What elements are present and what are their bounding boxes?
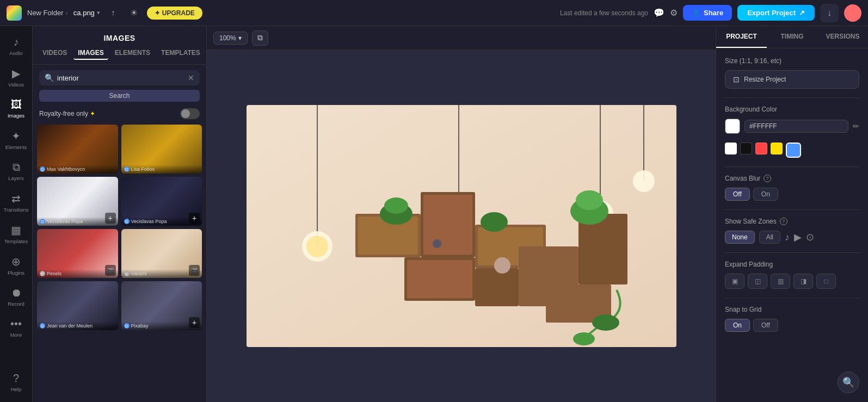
filename[interactable]: ca.png ▾ [73,9,100,17]
sidebar-item-transitions[interactable]: ⇄ Transitions [1,187,32,218]
color-preset-red[interactable] [755,143,767,154]
image-thumb[interactable]: + D Pixabay [121,281,202,330]
canvas-image[interactable] [247,105,676,347]
royalty-toggle[interactable] [180,108,200,119]
divider [725,252,859,253]
sidebar-item-elements[interactable]: ✦ Elements [1,124,32,156]
snap-off-button[interactable]: Off [753,319,778,332]
tab-templates[interactable]: TEMPLATES [157,47,205,60]
folder-breadcrumb[interactable]: New Folder › [27,9,68,17]
sidebar-item-images[interactable]: 🖼 Images [1,93,32,124]
sidebar-item-audio[interactable]: ♪ Audio [1,30,32,61]
images-icon: 🖼 [11,98,22,111]
canvas-toolbar: 100% ▾ ⧉ [207,26,716,50]
topbar: New Folder › ca.png ▾ ↑ ☀ ✦ UPGRADE Last… [0,0,868,26]
thumb-overlay: D Lisa Fotios [121,165,202,174]
canvas-blur-on-button[interactable]: On [753,188,778,201]
thumb-overlay: D Vecislavas Popa [37,217,118,226]
image-row-1: D Max Vakhtbovycn D Lisa Fotios [37,125,202,174]
image-thumb[interactable]: + D Vecislavas Popa [121,177,202,226]
tab-elements[interactable]: ELEMENTS [110,47,155,60]
sidebar-item-record[interactable]: ⏺ Record [1,281,32,312]
royalty-row: Royalty-free only ✦ [33,106,206,125]
tiktok-icon[interactable]: ♪ [785,232,790,243]
safe-zones-all-button[interactable]: All [759,231,780,244]
snap-on-button[interactable]: On [725,319,750,332]
upgrade-star-icon: ✦ [155,9,160,17]
color-preset-yellow[interactable] [771,143,783,154]
bg-color-row: #FFFFFF ✏ [725,119,859,134]
tab-project[interactable]: PROJECT [716,26,767,48]
thumb-author: D Vecislavas Popa [124,219,200,224]
color-preset-white[interactable] [725,143,737,154]
search-input[interactable] [57,74,184,82]
edit-color-icon[interactable]: ✏ [853,122,859,131]
resize-project-button[interactable]: ⊡ Resize Project [725,70,859,89]
author-icon: D [124,219,130,224]
theme-toggle-button[interactable]: ☀ [126,5,141,21]
sidebar-item-plugins[interactable]: ⊕ Plugins [1,250,32,281]
safe-zones-row: None All ♪ ▶ ⊙ [725,231,859,244]
svg-point-25 [384,197,408,214]
divider [725,209,859,210]
tab-images[interactable]: IMAGES [73,47,108,60]
expand-all-button[interactable]: ▣ [725,274,744,289]
download-button[interactable]: ↓ [820,4,839,22]
canvas-blur-off-button[interactable]: Off [725,188,750,201]
instagram-icon[interactable]: ⊙ [806,231,814,243]
bg-color-swatch[interactable] [725,119,740,134]
tab-timing[interactable]: TIMING [767,26,817,48]
author-icon: D [40,219,45,224]
main-area: ♪ Audio ▶ Videos 🖼 Images ✦ Elements ⧉ L… [0,26,868,402]
search-fab-button[interactable]: 🔍 [838,372,859,393]
canvas-blur-help-icon[interactable]: ? [764,175,771,182]
expand-top-bottom-button[interactable]: ◨ [793,274,813,289]
image-thumb[interactable]: D Lisa Fotios [121,125,202,174]
upgrade-button[interactable]: ✦ UPGRADE [147,7,202,20]
sidebar-item-help[interactable]: ? Help [1,367,32,398]
canvas-area: 100% ▾ ⧉ [207,26,716,402]
svg-rect-21 [407,260,472,298]
tab-videos[interactable]: VIDEOS [38,47,71,60]
image-thumb[interactable]: D Max Vakhtbovycn [37,125,118,174]
right-panel: PROJECT TIMING VERSIONS Size (1:1, 9:16,… [716,26,868,402]
image-thumb[interactable]: + D Vecislavas Popa [37,177,118,226]
sidebar-item-more[interactable]: ••• More [1,312,32,343]
color-preset-blue[interactable] [786,143,801,158]
image-thumb[interactable]: 🎬 V viarami [121,229,202,278]
color-preset-black[interactable] [740,143,752,154]
image-thumb[interactable]: 🎬 P Pexels [37,229,118,278]
sidebar-item-layers[interactable]: ⧉ Layers [1,156,32,187]
export-button[interactable]: Export Project ↗ [737,5,815,21]
avatar [844,4,861,22]
search-button[interactable]: Search [39,90,200,102]
zoom-chevron-icon: ▾ [238,34,242,42]
toggle-knob [181,109,190,118]
chat-icon[interactable]: 💬 [654,8,664,18]
zoom-button[interactable]: 100% ▾ [213,32,248,45]
expand-none-button[interactable]: □ [816,274,836,289]
safe-zones-help-icon[interactable]: ? [780,218,787,225]
settings-icon[interactable]: ⚙ [670,8,678,18]
divider [725,298,859,298]
thumb-author: D Jean van der Meulen [40,323,115,329]
image-thumb[interactable]: D Jean van der Meulen [37,281,118,330]
safe-zones-label: Show Safe Zones ? [725,218,859,225]
sidebar-item-templates[interactable]: ▦ Templates [1,218,32,250]
expand-left-right-button[interactable]: ◫ [748,274,767,289]
share-button[interactable]: 👤 Share [683,5,732,21]
export-icon: ↗ [799,9,805,17]
sidebar-item-videos[interactable]: ▶ Videos [1,61,32,93]
tab-versions[interactable]: VERSIONS [817,26,868,48]
images-panel: IMAGES VIDEOS IMAGES ELEMENTS TEMPLATES … [33,26,207,402]
youtube-icon[interactable]: ▶ [794,231,802,243]
thumb-author: D Vecislavas Popa [40,219,115,224]
panel-tabs: VIDEOS IMAGES ELEMENTS TEMPLATES [33,47,206,65]
safe-zones-none-button[interactable]: None [725,231,755,244]
resize-icon: ⊡ [733,75,740,84]
expand-center-button[interactable]: ▥ [771,274,790,289]
search-clear-icon[interactable]: ✕ [188,73,194,82]
upload-button[interactable]: ↑ [106,5,121,21]
bg-color-hex[interactable]: #FFFFFF [744,120,848,133]
copy-canvas-button[interactable]: ⧉ [252,30,268,46]
